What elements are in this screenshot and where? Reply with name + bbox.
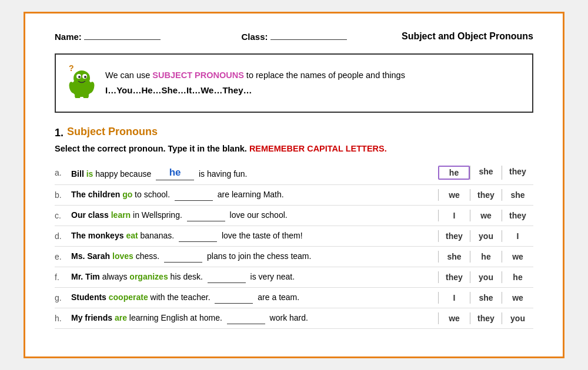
row-sentence: The monkeys eat bananas. love the taste … — [71, 230, 431, 242]
row-letter: a. — [55, 168, 71, 177]
monster-icon: ? — [65, 63, 96, 103]
options-group: theyyouI — [438, 230, 533, 242]
option-cell[interactable]: he — [502, 271, 533, 283]
option-cell[interactable]: she — [502, 189, 533, 201]
option-cell[interactable]: we — [502, 292, 533, 304]
name-field: Name: — [55, 32, 214, 42]
svg-point-2 — [74, 70, 90, 86]
green-verb: loves — [112, 251, 133, 261]
info-box: ? We can use SUBJECT PRO — [55, 53, 533, 113]
filled-blank: he — [156, 166, 194, 180]
class-field: Class: — [214, 32, 373, 42]
options-group: shehewe — [438, 251, 533, 263]
class-label: Class: — [241, 32, 268, 42]
option-cell[interactable]: I — [438, 292, 470, 304]
option-cell[interactable]: they — [470, 312, 502, 324]
row-sentence: Bill is happy because he is having fun. — [71, 166, 431, 180]
table-row: h.My friends are learning English at hom… — [55, 308, 533, 329]
instruction-plain: Select the correct pronoun. Type it in t… — [55, 144, 249, 153]
options-group: wetheyyou — [438, 312, 533, 324]
row-sentence: My friends are learning English at home.… — [71, 312, 431, 324]
row-sentence: The children go to school. are learning … — [71, 189, 431, 201]
option-cell[interactable]: you — [502, 312, 533, 324]
worksheet-title: Subject and Object Pronouns — [374, 31, 533, 42]
options-group: wetheyshe — [438, 189, 533, 201]
option-cell[interactable]: she — [470, 292, 502, 304]
option-cell[interactable]: you — [470, 271, 502, 283]
green-verb: are — [115, 313, 127, 322]
table-row: d.The monkeys eat bananas. love the tast… — [55, 226, 533, 247]
options-group: Ishewe — [438, 292, 533, 304]
row-sentence: Mr. Tim always organizes his desk. is ve… — [71, 271, 431, 283]
row-letter: b. — [55, 190, 71, 200]
svg-point-6 — [84, 76, 86, 78]
instruction-red: REMEMEBER CAPITAL LETTERS. — [249, 144, 387, 153]
svg-point-5 — [78, 76, 81, 78]
option-cell[interactable]: he — [470, 251, 502, 263]
table-row: e.Ms. Sarah loves chess. plans to join t… — [55, 247, 533, 267]
green-verb: cooperate — [109, 292, 148, 302]
row-letter: c. — [55, 211, 71, 220]
option-cell[interactable]: she — [470, 166, 502, 180]
green-verb: eat — [126, 231, 138, 240]
instructions: Select the correct pronoun. Type it in t… — [55, 144, 533, 153]
table-row: b.The children go to school. are learnin… — [55, 185, 533, 206]
option-cell[interactable]: they — [470, 189, 502, 201]
green-verb: is — [86, 169, 93, 179]
table-row: f.Mr. Tim always organizes his desk. is … — [55, 267, 533, 288]
option-cell[interactable]: you — [470, 230, 502, 242]
table-row: g.Students cooperate with the teacher. a… — [55, 288, 533, 308]
green-verb: learn — [111, 210, 131, 220]
option-cell[interactable]: they — [438, 271, 470, 283]
name-label: Name: — [55, 32, 82, 42]
row-letter: h. — [55, 314, 71, 323]
info-text1: We can use — [105, 70, 152, 80]
row-sentence: Ms. Sarah loves chess. plans to join the… — [71, 251, 431, 263]
options-group: heshethey — [438, 166, 533, 180]
info-text2: to replace the names of people and thing… — [244, 70, 405, 80]
option-cell[interactable]: we — [470, 210, 502, 221]
row-sentence: Our class learn in Wellspring. love our … — [71, 210, 431, 221]
subject-pronouns-label: SUBJECT PRONOUNS — [152, 70, 244, 80]
option-cell[interactable]: he — [438, 166, 470, 180]
row-letter: e. — [55, 252, 71, 261]
info-text: We can use SUBJECT PRONOUNS to replace t… — [105, 68, 405, 97]
pronouns-list: I…You…He…She…It…We…They… — [105, 85, 252, 95]
option-cell[interactable]: I — [438, 210, 470, 221]
option-cell[interactable]: she — [438, 251, 470, 263]
row-sentence: Students cooperate with the teacher. are… — [71, 292, 431, 304]
option-cell[interactable]: they — [438, 230, 470, 242]
option-cell[interactable]: they — [502, 210, 533, 221]
row-letter: g. — [55, 293, 71, 302]
option-cell[interactable]: we — [438, 189, 470, 201]
worksheet-page: Name: Class: Subject and Object Pronouns… — [24, 12, 564, 358]
section-header: 1. Subject Pronouns — [55, 126, 533, 140]
options-group: Iwethey — [438, 210, 533, 221]
option-cell[interactable]: they — [502, 166, 533, 180]
row-letter: f. — [55, 273, 71, 282]
exercise-rows: a.Bill is happy because he is having fun… — [55, 162, 533, 329]
table-row: a.Bill is happy because he is having fun… — [55, 162, 533, 185]
table-row: c.Our class learn in Wellspring. love ou… — [55, 206, 533, 226]
option-cell[interactable]: we — [502, 251, 533, 263]
option-cell[interactable]: I — [502, 230, 533, 242]
section-title: Subject Pronouns — [67, 126, 158, 138]
option-cell[interactable]: we — [438, 312, 470, 324]
row-letter: d. — [55, 231, 71, 241]
header: Name: Class: Subject and Object Pronouns — [55, 31, 533, 42]
green-verb: go — [122, 190, 132, 199]
options-group: theyyouhe — [438, 271, 533, 283]
section-number: 1. — [55, 127, 64, 139]
svg-text:?: ? — [69, 63, 74, 73]
